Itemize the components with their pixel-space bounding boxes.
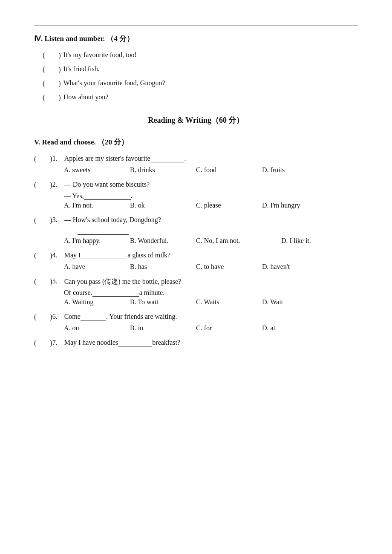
q5-opt-a: A. Waiting — [64, 298, 130, 306]
question-4: ( ) 4. May Ia glass of milk? A. have B. … — [34, 251, 358, 271]
q1-opt-a: A. sweets — [64, 166, 130, 174]
q2-paren: ( ) — [34, 181, 52, 190]
q1-opt-d: D. fruits — [262, 166, 328, 174]
section4-title: Ⅳ. Listen and number. （4 分） — [34, 34, 358, 43]
top-divider — [34, 26, 358, 26]
q2-blank — [84, 193, 131, 200]
listen-text-1: It's my favourite food, too! — [63, 51, 137, 59]
q2-num: 2. — [52, 181, 64, 188]
q7-text: May I have noodlesbreakfast? — [64, 339, 358, 346]
q4-text: May Ia glass of milk? — [64, 251, 358, 259]
q5-num: 5. — [52, 277, 64, 285]
q1-num: 1. — [52, 155, 64, 162]
q6-opt-c: C. for — [196, 324, 262, 332]
q4-num: 4. — [52, 251, 64, 259]
listen-text-4: How about you? — [63, 93, 109, 101]
q2-line: ( ) 2. — Do you want some biscuits? — [34, 181, 358, 190]
q3-opt-c: C. No, I am not. — [196, 237, 281, 245]
q3-blank — [78, 228, 129, 235]
section5-title: V. Read and choose. （20 分） — [34, 137, 358, 147]
listen-text-3: What's your favourite food, Guoguo? — [63, 79, 165, 87]
q4-line: ( ) 4. May Ia glass of milk? — [34, 251, 358, 260]
question-5: ( ) 5. Can you pass (传递) me the bottle, … — [34, 277, 358, 306]
q2-opt-a: A. I'm not. — [64, 202, 130, 209]
question-6: ( ) 6. Come. Your friends are waiting. A… — [34, 313, 358, 332]
q1-opt-c: C. food — [196, 166, 262, 174]
q3-text: — How's school today, Dongdong? — [64, 216, 358, 224]
q2-opt-c: C. please — [196, 202, 262, 209]
q6-opt-a: A. on — [64, 324, 130, 332]
q5-paren: ( ) — [34, 277, 52, 286]
q1-paren: ( ) — [34, 155, 52, 164]
listen-item-4: ( ) How about you? — [43, 93, 358, 102]
q5-opt-b: B. To wait — [130, 298, 196, 306]
listen-paren-2: ( ) — [43, 65, 61, 74]
q6-text: Come. Your friends are waiting. — [64, 313, 358, 320]
q6-line: ( ) 6. Come. Your friends are waiting. — [34, 313, 358, 322]
question-3: ( ) 3. — How's school today, Dongdong? —… — [34, 216, 358, 245]
q4-paren: ( ) — [34, 251, 52, 260]
q1-line: ( ) 1. Apples are my sister's favourite. — [34, 155, 358, 164]
q3-num: 3. — [52, 216, 64, 224]
q3-dash: — — [68, 228, 75, 235]
question-1: ( ) 1. Apples are my sister's favourite.… — [34, 155, 358, 174]
q3-line: ( ) 3. — How's school today, Dongdong? — [34, 216, 358, 225]
q6-opt-b: B. in — [130, 324, 196, 332]
q2-options: A. I'm not. B. ok C. please D. I'm hungr… — [64, 202, 358, 209]
q2-text: — Do you want some biscuits? — [64, 181, 358, 188]
q4-opt-a: A. have — [64, 263, 130, 271]
q5-opt-d: D. Wait — [262, 298, 328, 306]
q3-opt-b: B. Wonderful. — [130, 237, 196, 245]
listen-paren-3: ( ) — [43, 79, 61, 88]
q3-sub: — — [64, 228, 358, 235]
q5-text: Can you pass (传递) me the bottle, please? — [64, 277, 358, 286]
q4-opt-d: D. haven't — [262, 263, 328, 271]
listen-item-2: ( ) It's fried fish. — [43, 65, 358, 74]
q3-options: A. I'm happy. B. Wonderful. C. No, I am … — [64, 237, 358, 245]
q6-blank — [81, 314, 106, 320]
q4-opt-c: C. to have — [196, 263, 262, 271]
listen-text-2: It's fried fish. — [63, 65, 100, 73]
q4-options: A. have B. has C. to have D. haven't — [64, 263, 358, 271]
q7-line: ( ) 7. May I have noodlesbreakfast? — [34, 339, 358, 348]
q7-blank — [118, 340, 152, 346]
q5-line: ( ) 5. Can you pass (传递) me the bottle, … — [34, 277, 358, 286]
listen-items: ( ) It's my favourite food, too! ( ) It'… — [43, 51, 358, 102]
q6-paren: ( ) — [34, 313, 52, 322]
q5-opt-c: C. Waits — [196, 298, 262, 306]
q1-opt-b: B. drinks — [130, 166, 196, 174]
q3-opt-d: D. I like it. — [281, 237, 347, 245]
q5-blank — [92, 290, 139, 297]
listen-item-1: ( ) It's my favourite food, too! — [43, 51, 358, 60]
q2-opt-d: D. I'm hungry — [262, 202, 328, 209]
listen-paren-4: ( ) — [43, 93, 61, 102]
q2-sub: — Yes,. — [64, 192, 358, 200]
q1-text: Apples are my sister's favourite. — [64, 155, 358, 162]
q5-options: A. Waiting B. To wait C. Waits D. Wait — [64, 298, 358, 306]
q6-options: A. on B. in C. for D. at — [64, 324, 358, 332]
q3-opt-a: A. I'm happy. — [64, 237, 130, 245]
q5-sub: Of course.a minute. — [64, 289, 358, 297]
listen-item-3: ( ) What's your favourite food, Guoguo? — [43, 79, 358, 88]
rw-title: Reading & Writing（60 分） — [34, 115, 358, 125]
question-2: ( ) 2. — Do you want some biscuits? — Ye… — [34, 181, 358, 209]
q7-paren: ( ) — [34, 339, 52, 348]
q2-opt-b: B. ok — [130, 202, 196, 209]
q7-num: 7. — [52, 339, 64, 346]
listen-paren-1: ( ) — [43, 51, 61, 60]
q4-opt-b: B. has — [130, 263, 196, 271]
q1-blank — [150, 156, 184, 162]
q1-options: A. sweets B. drinks C. food D. fruits — [64, 166, 358, 174]
q3-paren: ( ) — [34, 216, 52, 225]
q6-opt-d: D. at — [262, 324, 328, 332]
q4-blank — [81, 252, 127, 259]
q6-num: 6. — [52, 313, 64, 320]
question-7: ( ) 7. May I have noodlesbreakfast? — [34, 339, 358, 348]
